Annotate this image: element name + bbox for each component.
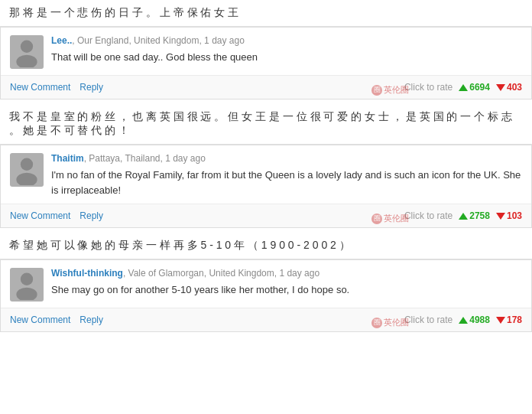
comment-username[interactable]: Thaitim — [51, 153, 84, 164]
comment-block-3: Wishful-thinking, Vale of Glamorgan, Uni… — [0, 259, 532, 332]
upvote-arrow-icon — [459, 84, 468, 91]
comment-content-2: Thaitim, Pattaya, Thailand, 1 day agoI'm… — [1, 145, 531, 204]
new-comment-button[interactable]: New Comment — [10, 209, 75, 223]
comment-text: That will be one sad day.. God bless the… — [51, 50, 522, 65]
downvote-count: 103 — [507, 210, 522, 221]
rating-section: 6694403 — [459, 82, 522, 93]
rating-section: 4988178 — [459, 315, 522, 325]
click-to-rate-label: Click to rate — [404, 82, 453, 93]
chinese-header-3: 希 望 她 可 以 像 她 的 母 亲 一 样 再 多 5 - 1 0 年 （ … — [0, 233, 532, 259]
svg-point-4 — [21, 273, 33, 285]
upvote-count: 2758 — [469, 210, 490, 221]
comment-text: I'm no fan of the Royal Family, far from… — [51, 168, 522, 197]
comment-content-1: Lee.., Our England, United Kingdom, 1 da… — [1, 28, 531, 75]
comment-footer-2: New CommentReply圈英伦圈Click to rate2758103 — [1, 204, 531, 227]
downvote-arrow-icon — [496, 317, 505, 324]
rate-up[interactable]: 2758 — [459, 210, 490, 221]
upvote-arrow-icon — [459, 213, 468, 220]
rate-up[interactable]: 4988 — [459, 315, 490, 325]
rating-section: 2758103 — [459, 210, 522, 221]
footer-actions: New CommentReply — [10, 313, 112, 327]
comment-username[interactable]: Wishful-thinking — [51, 268, 123, 279]
rate-down[interactable]: 403 — [496, 82, 522, 93]
avatar — [10, 35, 44, 69]
rate-down[interactable]: 103 — [496, 210, 522, 221]
chinese-header-1: 那 将 是 一 个 悲 伤 的 日 子 。 上 帝 保 佑 女 王 — [0, 0, 532, 27]
new-comment-button[interactable]: New Comment — [10, 80, 75, 94]
comment-content-3: Wishful-thinking, Vale of Glamorgan, Uni… — [1, 260, 531, 308]
avatar — [10, 268, 44, 302]
comment-username[interactable]: Lee.. — [51, 35, 72, 46]
comment-footer-3: New CommentReply圈英伦圈Click to rate4988178 — [1, 308, 531, 331]
svg-point-2 — [21, 158, 33, 171]
comment-meta-1: Lee.., Our England, United Kingdom, 1 da… — [51, 35, 522, 46]
comment-footer-1: New CommentReply圈英伦圈Click to rate6694403 — [1, 75, 531, 99]
svg-point-1 — [16, 55, 37, 67]
click-to-rate-label: Click to rate — [404, 210, 453, 221]
downvote-arrow-icon — [496, 213, 505, 220]
footer-actions: New CommentReply — [10, 80, 112, 94]
upvote-count: 6694 — [469, 82, 490, 93]
comment-block-2: Thaitim, Pattaya, Thailand, 1 day agoI'm… — [0, 145, 532, 228]
svg-point-5 — [16, 288, 37, 300]
footer-actions: New CommentReply — [10, 209, 112, 223]
upvote-arrow-icon — [459, 317, 468, 324]
svg-point-0 — [21, 41, 33, 53]
comment-text: She may go on for another 5-10 years lik… — [51, 282, 522, 298]
reply-button[interactable]: Reply — [79, 80, 108, 94]
rate-up[interactable]: 6694 — [459, 82, 490, 93]
downvote-arrow-icon — [496, 84, 505, 91]
comment-block-1: Lee.., Our England, United Kingdom, 1 da… — [0, 27, 532, 99]
comment-meta-2: Thaitim, Pattaya, Thailand, 1 day ago — [51, 153, 522, 164]
reply-button[interactable]: Reply — [79, 209, 108, 223]
click-to-rate-label: Click to rate — [404, 315, 453, 325]
chinese-header-2: 我 不 是 皇 室 的 粉 丝 ， 也 离 英 国 很 远 。 但 女 王 是 … — [0, 104, 532, 145]
watermark: 圈英伦圈 — [371, 317, 409, 328]
reply-button[interactable]: Reply — [79, 313, 108, 327]
downvote-count: 178 — [507, 315, 522, 325]
comment-meta-3: Wishful-thinking, Vale of Glamorgan, Uni… — [51, 268, 522, 279]
avatar — [10, 153, 44, 187]
comment-body-3: Wishful-thinking, Vale of Glamorgan, Uni… — [51, 268, 522, 298]
comment-body-1: Lee.., Our England, United Kingdom, 1 da… — [51, 35, 522, 65]
comment-body-2: Thaitim, Pattaya, Thailand, 1 day agoI'm… — [51, 153, 522, 197]
new-comment-button[interactable]: New Comment — [10, 313, 75, 327]
svg-point-3 — [16, 173, 37, 185]
upvote-count: 4988 — [469, 315, 490, 325]
downvote-count: 403 — [507, 82, 522, 93]
watermark: 圈英伦圈 — [371, 213, 409, 224]
watermark: 圈英伦圈 — [371, 84, 409, 96]
rate-down[interactable]: 178 — [496, 315, 522, 325]
